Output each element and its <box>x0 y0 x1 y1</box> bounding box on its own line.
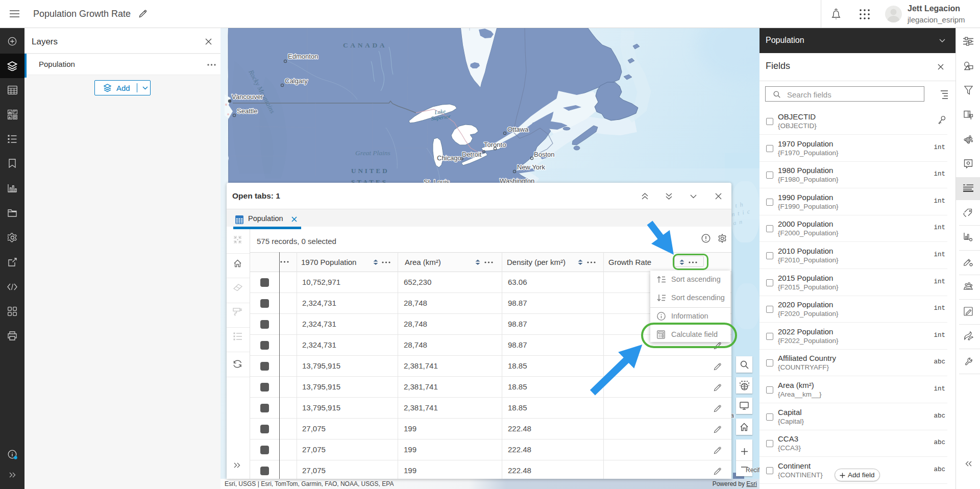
svg-text:Calgary: Calgary <box>285 77 308 85</box>
svg-text:Great Plains: Great Plains <box>355 149 390 157</box>
svg-text:Boston: Boston <box>534 151 554 158</box>
svg-text:Seattle: Seattle <box>237 107 257 115</box>
svg-text:Chicago: Chicago <box>437 154 461 162</box>
svg-text:Edmonton: Edmonton <box>288 53 318 60</box>
svg-text:Vancouver: Vancouver <box>232 93 263 101</box>
svg-text:Ottawa: Ottawa <box>507 126 529 133</box>
svg-text:New York: New York <box>517 163 545 171</box>
svg-text:CANADA: CANADA <box>343 41 387 49</box>
svg-text:UNITED: UNITED <box>351 167 389 175</box>
svg-text:Detroit: Detroit <box>462 151 482 158</box>
